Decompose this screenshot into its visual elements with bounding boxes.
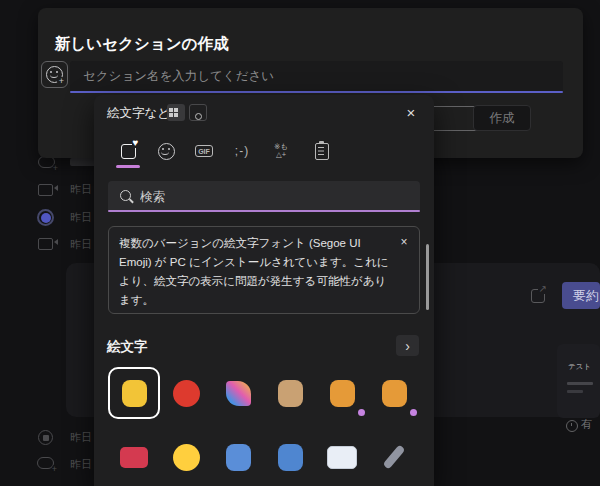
tab-emoji[interactable] xyxy=(152,137,180,165)
skin-tone-dot-icon xyxy=(195,113,202,120)
share-button[interactable] xyxy=(531,289,545,303)
popup-scrollbar[interactable] xyxy=(426,244,429,310)
emoji-add-button[interactable]: + xyxy=(41,61,68,88)
create-button[interactable]: 作成 xyxy=(473,105,531,131)
section-name-input[interactable] xyxy=(70,61,563,91)
emoticon-icon: ;-) xyxy=(235,144,249,158)
emoji-item[interactable]: 😡 xyxy=(160,367,212,419)
tab-recent-stickers[interactable] xyxy=(114,137,142,165)
dialog-title: 新しいセクションの作成 xyxy=(55,34,228,55)
sidebar-item-label: 昨日 xyxy=(70,457,92,472)
sidebar-item-label: 昨日 xyxy=(70,430,92,445)
clock-icon xyxy=(566,420,578,432)
summary-button[interactable]: 要約 xyxy=(562,282,600,309)
camera-icon xyxy=(38,238,53,250)
clipboard-icon xyxy=(315,143,329,160)
card-title: テスト xyxy=(568,362,591,372)
popup-title: 絵文字など xyxy=(107,105,170,122)
expiry-label: 有 xyxy=(581,417,600,432)
emoji-section-title: 絵文字 xyxy=(107,338,148,356)
tab-symbols[interactable]: ※も△+ xyxy=(267,137,295,165)
expiry-row xyxy=(566,420,578,432)
smiley-icon xyxy=(158,143,175,160)
cloud-add-icon xyxy=(37,457,54,469)
sticker-heart-icon xyxy=(121,144,136,159)
sidebar-item-label: 昨日 xyxy=(70,237,92,252)
app-window: 昨日 昨日 昨日 昨日 昨日 要約 テスト 有 新しいセクションの作成 + xyxy=(0,0,600,486)
share-icon xyxy=(531,289,545,303)
emoji-item[interactable]: 🏫 xyxy=(264,367,316,419)
gif-icon: GIF xyxy=(195,145,214,157)
tab-clipboard[interactable] xyxy=(308,137,336,165)
emoji-search-input[interactable] xyxy=(138,182,412,211)
sidebar-item-upload[interactable] xyxy=(37,457,54,469)
expand-section-button[interactable]: › xyxy=(396,335,419,356)
emoji-item[interactable]: 👨‍👩‍👧‍👦 xyxy=(368,367,420,419)
grid-icon xyxy=(169,108,173,112)
sidebar-item-video[interactable] xyxy=(38,238,53,250)
symbols-icon: ※も△+ xyxy=(274,143,288,159)
video-thumbnail-card[interactable]: テスト xyxy=(557,344,600,418)
record-dot-icon xyxy=(37,209,54,226)
skin-tone-button[interactable] xyxy=(189,104,207,121)
skin-variant-dot xyxy=(410,409,417,416)
popup-close-button[interactable]: × xyxy=(400,101,422,123)
smiley-plus-icon: + xyxy=(46,66,63,83)
skin-variant-dot xyxy=(358,409,365,416)
active-tab-underline xyxy=(116,165,140,168)
search-icon xyxy=(120,190,131,201)
emoji-item[interactable]: 😃 xyxy=(160,431,212,483)
emoji-item-selected[interactable]: 🤘 xyxy=(108,367,160,419)
stop-icon xyxy=(38,430,53,445)
sidebar-item-label-clipped xyxy=(70,158,96,166)
card-text-line xyxy=(567,390,583,393)
sidebar-item-label: 昨日 xyxy=(70,182,92,197)
emoji-item[interactable]: 🙇 xyxy=(212,431,264,483)
font-warning-banner: 複数のバージョンの絵文字フォント (Segoe UI Emoji) が PC に… xyxy=(108,226,420,314)
sidebar-item-video[interactable] xyxy=(38,184,53,196)
emoji-search-box[interactable] xyxy=(108,181,420,211)
tab-gif[interactable]: GIF xyxy=(190,137,218,165)
grid-layout-button[interactable] xyxy=(167,104,185,121)
tab-emoticon[interactable]: ;-) xyxy=(228,137,256,165)
emoji-item[interactable]: 🚗 xyxy=(108,431,160,483)
card-text-line xyxy=(567,382,593,385)
emoji-item[interactable]: 📖 xyxy=(316,431,368,483)
sidebar-item-stopped[interactable] xyxy=(38,430,53,445)
camera-icon xyxy=(38,184,53,196)
emoji-picker-popup: 絵文字など × GIF ;-) ※も△+ xyxy=(94,95,434,486)
input-accent-underline xyxy=(70,91,563,93)
emoji-item[interactable]: ✒️ xyxy=(368,431,420,483)
emoji-item[interactable]: 🙋 xyxy=(264,431,316,483)
emoji-item[interactable]: 👪 xyxy=(316,367,368,419)
sidebar-item-recording[interactable] xyxy=(37,209,54,226)
sidebar-item-label: 昨日 xyxy=(70,210,92,225)
search-accent-underline xyxy=(108,210,420,212)
warning-text: 複数のバージョンの絵文字フォント (Segoe UI Emoji) が PC に… xyxy=(119,234,393,310)
warning-close-button[interactable]: × xyxy=(393,231,415,253)
emoji-item[interactable]: 🎉 xyxy=(212,367,264,419)
